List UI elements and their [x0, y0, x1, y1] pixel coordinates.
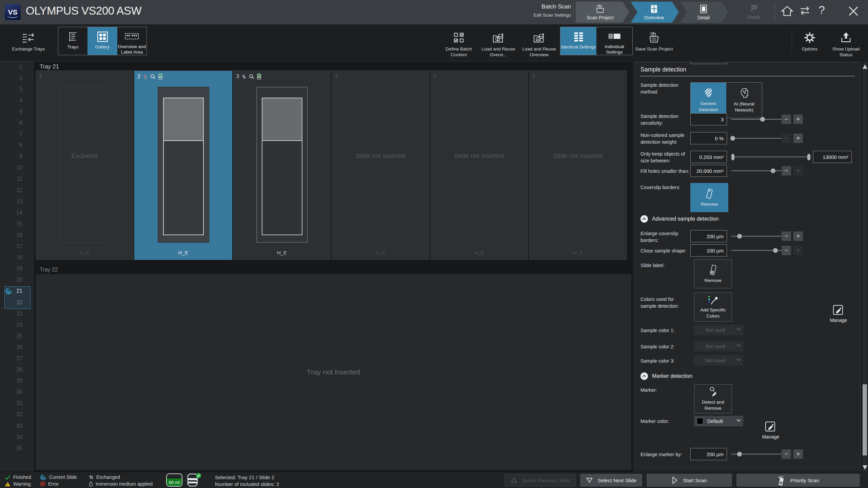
magnifier-icon[interactable] — [150, 74, 156, 79]
close-sample-shape-slider[interactable] — [731, 244, 782, 257]
tray-list-item[interactable]: 35 — [0, 443, 34, 454]
load-reuse-overview-button-2[interactable]: Load and Reuse Overview — [518, 26, 560, 58]
panel-scrollbar[interactable] — [862, 62, 868, 472]
slot-3-slide[interactable] — [256, 87, 308, 243]
enlarge-coverslip-decrement-button[interactable]: − — [782, 231, 791, 241]
tray-list-item[interactable]: 5 — [0, 106, 34, 117]
tray-list-item[interactable]: 3 — [0, 84, 34, 95]
help-icon[interactable]: ? — [818, 3, 825, 17]
slot-1[interactable]: 1 Excluded H_E — [36, 71, 134, 260]
step-overview[interactable]: Overview — [631, 2, 679, 23]
tray-list-item[interactable]: 33 — [0, 420, 34, 431]
tray-list-item[interactable]: 2 — [0, 73, 34, 84]
slot-2[interactable]: 2 H_E — [134, 71, 232, 260]
save-scan-project-button[interactable]: Save Scan Project — [634, 26, 674, 58]
gallery-view-button[interactable]: Gallery — [87, 27, 117, 55]
tray-list-item[interactable]: 1 — [0, 61, 34, 73]
tray-list-item[interactable]: 10 — [0, 162, 34, 174]
close-sample-shape-decrement-button[interactable]: − — [782, 246, 791, 255]
tray-list-item[interactable]: 25 — [0, 330, 34, 342]
individual-settings-button[interactable]: Individual Settings — [596, 27, 632, 55]
exchange-trays-button[interactable]: Exchange Trays — [2, 26, 55, 58]
tray-list-item[interactable]: 18 — [0, 252, 34, 263]
slot-4[interactable]: 4 Slide not inserted H_E — [332, 71, 430, 260]
tray-list-item[interactable]: 29 — [0, 375, 34, 387]
scroll-up-arrow[interactable] — [863, 64, 867, 69]
weight-input[interactable]: 0 % — [690, 132, 727, 144]
enlarge-coverslip-increment-button[interactable]: + — [793, 231, 803, 241]
tray-list-item[interactable]: 20 — [0, 274, 34, 286]
close-sample-shape-input[interactable]: 100 µm — [690, 244, 727, 257]
tray-list-item[interactable]: 14 — [0, 207, 34, 218]
tray-list-item[interactable]: 24 — [0, 319, 34, 330]
manage-colors-button[interactable]: Manage — [825, 304, 852, 323]
tray-list-item[interactable]: 4 — [0, 95, 34, 106]
tray-list-item[interactable]: 28 — [0, 364, 34, 375]
priority-scan-button[interactable]: Priority Scan — [736, 474, 860, 487]
marker-detection-header[interactable]: Marker detection — [640, 372, 692, 380]
identical-settings-button[interactable]: Identical Settings — [560, 27, 596, 55]
tray-list-item[interactable]: 32 — [0, 409, 34, 420]
enlarge-marker-increment-button[interactable]: + — [793, 449, 803, 459]
tray-list-item[interactable]: 7 — [0, 129, 34, 140]
enlarge-marker-input[interactable]: 200 µm — [690, 448, 727, 460]
tray-list-item[interactable]: 34 — [0, 431, 34, 443]
define-batch-content-button[interactable]: Define Batch Content — [438, 26, 479, 58]
home-icon[interactable] — [781, 5, 793, 17]
slot-2-slide[interactable] — [158, 87, 209, 243]
tray-list-item[interactable]: 12 — [0, 185, 34, 196]
show-upload-status-button[interactable]: Show Upload Status — [827, 26, 865, 58]
detect-and-remove-button[interactable]: Detect and Remove — [694, 384, 732, 413]
trays-view-button[interactable]: Trays — [58, 27, 87, 55]
tray-list-item[interactable]: 11 — [0, 174, 34, 185]
size-max-input[interactable]: 13000 mm² — [813, 151, 852, 163]
manage-marker-colors-button[interactable]: Manage — [757, 421, 784, 440]
tray-list-item[interactable]: 19 — [0, 263, 34, 274]
load-reuse-overview-button-1[interactable]: Load and Reuse Overvi... — [478, 26, 518, 58]
sensitivity-decrement-button[interactable]: − — [782, 115, 791, 124]
enlarge-coverslip-input[interactable]: 200 µm — [690, 230, 727, 242]
tray-list-item[interactable]: 6 — [0, 117, 34, 128]
step-detail[interactable]: Detail — [680, 2, 728, 23]
slide-label-remove-button[interactable]: Remove — [694, 259, 732, 288]
tray-list-item[interactable]: 26 — [0, 342, 34, 353]
options-button[interactable]: Options — [797, 26, 822, 58]
size-range-slider[interactable] — [731, 151, 811, 163]
tray-list-item[interactable]: 30 — [0, 387, 34, 398]
tray-list-item[interactable]: 9 — [0, 151, 34, 162]
add-specific-colors-button[interactable]: Add Specific Colors — [694, 292, 732, 322]
advanced-sample-detection-header[interactable]: Advanced sample detection — [640, 215, 719, 223]
tray-list-item[interactable]: 13 — [0, 196, 34, 207]
tray-list-item[interactable]: 23 — [0, 308, 34, 319]
coverslip-remove-button[interactable]: Remove — [690, 183, 728, 212]
slot-3[interactable]: 3 H_E — [233, 71, 331, 260]
sensitivity-input[interactable]: 3 — [690, 113, 727, 125]
tray-list-item[interactable]: 16 — [0, 229, 34, 241]
enlarge-coverslip-slider[interactable] — [731, 230, 782, 242]
ai-neural-network-button[interactable]: AI (Neural Network) — [726, 83, 762, 118]
fill-holes-decrement-button[interactable]: − — [782, 166, 791, 176]
tray-list-item[interactable]: 17 — [0, 241, 34, 252]
step-scan-project[interactable]: Scan Project — [576, 2, 629, 23]
slot-5[interactable]: 5 Slide not inserted H_E — [430, 71, 528, 260]
marker-color-dropdown[interactable]: Default — [694, 416, 743, 426]
magnifier-icon[interactable] — [249, 74, 254, 79]
tray-list-item[interactable]: 27 — [0, 353, 34, 364]
enlarge-marker-slider[interactable] — [731, 448, 782, 460]
scrollbar-thumb[interactable] — [863, 384, 867, 455]
tray-list-item[interactable]: 15 — [0, 218, 34, 229]
fill-holes-input[interactable]: 20.000 mm² — [690, 165, 727, 177]
fill-holes-slider[interactable] — [731, 165, 782, 177]
enlarge-marker-decrement-button[interactable]: − — [782, 449, 791, 459]
size-min-input[interactable]: 0.203 mm² — [690, 151, 727, 163]
generic-detection-button[interactable]: Generic Detection — [691, 83, 726, 118]
start-scan-button[interactable]: Start Scan — [647, 474, 732, 487]
tray-list-item[interactable]: 31 — [0, 398, 34, 409]
tray-list-item[interactable]: 8 — [0, 140, 34, 151]
sensitivity-slider[interactable] — [731, 113, 782, 125]
overview-label-area-button[interactable]: Overview and Label Area — [117, 27, 146, 55]
slot-6[interactable]: 6 Slide not inserted H_E — [529, 71, 627, 260]
sensitivity-increment-button[interactable]: + — [793, 115, 803, 124]
weight-slider[interactable] — [731, 132, 782, 144]
close-icon[interactable] — [848, 5, 859, 17]
